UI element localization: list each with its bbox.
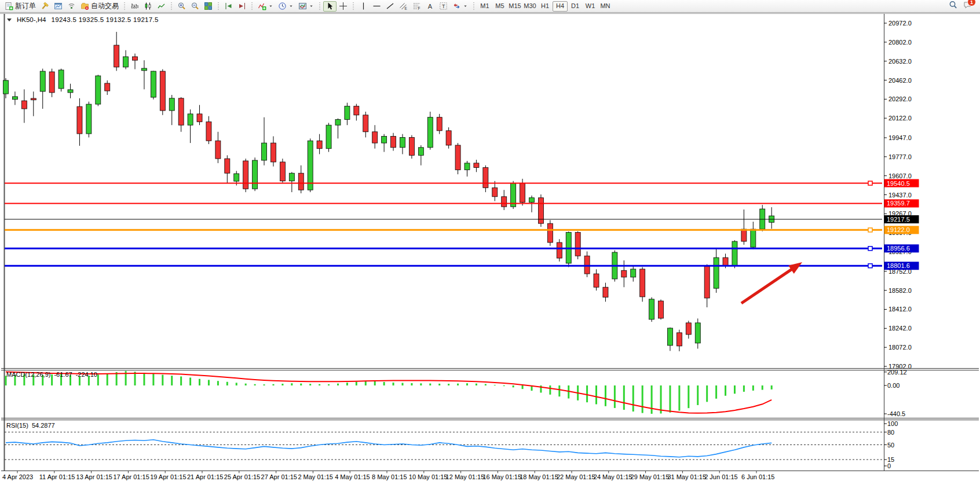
toolbar-separator — [319, 2, 320, 10]
candle — [262, 143, 267, 160]
hline-handle[interactable] — [868, 247, 872, 251]
svg-text:19437.0: 19437.0 — [888, 192, 912, 199]
candle — [649, 299, 654, 319]
timeframe-MN[interactable]: MN — [598, 1, 613, 12]
toolbar-button-equidistant-channel[interactable]: E — [397, 1, 410, 12]
toolbar-button-horizontal-line[interactable] — [370, 1, 383, 12]
toolbar-separator — [124, 2, 125, 10]
toolbar-button-bar-chart[interactable] — [128, 1, 141, 12]
chart-canvas: 20972.020802.020632.020462.020292.020122… — [0, 0, 980, 485]
timeframe-M15[interactable]: M15 — [507, 1, 522, 12]
timeframe-H1[interactable]: H1 — [537, 1, 553, 12]
dropdown-caret-icon[interactable] — [288, 2, 294, 10]
toolbar-button-chart-shift[interactable] — [235, 1, 248, 12]
toolbar-button-tile-windows[interactable] — [202, 1, 215, 12]
svg-text:E: E — [405, 6, 408, 10]
toolbar-separator — [171, 2, 172, 10]
toolbar-button-periods[interactable] — [276, 1, 296, 12]
dropdown-caret-icon[interactable] — [268, 2, 273, 10]
candle — [640, 269, 645, 297]
toolbar-button-text[interactable]: A — [423, 1, 437, 12]
toolbar-button-trendline[interactable] — [383, 1, 397, 12]
toolbar-button-fibonacci[interactable]: F — [410, 1, 423, 12]
svg-text:2 Jun 01:15: 2 Jun 01:15 — [704, 473, 738, 480]
symbol-dropdown-icon[interactable] — [7, 19, 12, 21]
rsi-line — [6, 440, 771, 457]
toolbar-button-search[interactable] — [949, 1, 957, 12]
cursor-icon — [326, 2, 334, 10]
vline-icon — [359, 2, 368, 10]
toolbar-button-candlestick-chart[interactable] — [141, 1, 155, 12]
textT-icon: T — [439, 2, 448, 10]
button-label: M30 — [524, 2, 536, 10]
toolbar-button-new-order[interactable]: 新订单 — [2, 1, 38, 12]
toolbar-button-signals[interactable] — [65, 1, 78, 12]
timeframe-M30[interactable]: M30 — [522, 1, 537, 12]
candle — [520, 183, 525, 203]
svg-text:13 Apr 01:15: 13 Apr 01:15 — [76, 473, 112, 480]
svg-text:16 May 01:15: 16 May 01:15 — [482, 473, 521, 480]
macd-label: MACD(12,26,9) -61.67 -224.10 — [6, 371, 97, 378]
svg-text:18072.0: 18072.0 — [888, 344, 912, 351]
svg-text:20462.0: 20462.0 — [888, 77, 912, 84]
button-label: M1 — [480, 2, 489, 10]
timeframe-D1[interactable]: D1 — [568, 1, 583, 12]
toolbar-button-text-label[interactable]: T — [437, 1, 450, 12]
candle — [751, 229, 756, 247]
candle — [584, 256, 590, 274]
dropdown-caret-icon[interactable] — [309, 2, 314, 10]
toolbar-button-crosshair[interactable] — [337, 1, 350, 12]
toolbar-button-zoom-out[interactable] — [188, 1, 202, 12]
candle — [659, 301, 664, 318]
button-label: D1 — [571, 2, 579, 10]
price-axis: 20972.020802.020632.020462.020292.020122… — [884, 20, 912, 370]
timeframe-H4[interactable]: H4 — [553, 1, 568, 12]
toolbar-button-cursor[interactable] — [323, 1, 337, 12]
arrow-annotation[interactable] — [741, 262, 802, 303]
candle — [206, 122, 211, 141]
candle — [667, 328, 672, 346]
toolbar-button-auto-trading[interactable]: 自动交易 — [78, 1, 121, 12]
chart-panels — [0, 14, 980, 471]
toolbar-button-vertical-line[interactable] — [357, 1, 370, 12]
candle — [427, 117, 433, 148]
timeframe-M1[interactable]: M1 — [477, 1, 492, 12]
candle — [31, 98, 36, 100]
candle — [280, 162, 285, 181]
hline-handle[interactable] — [868, 264, 872, 268]
macd-main-value: -61.67 — [54, 371, 72, 378]
rsi-label: RSI(15) 54.2877 — [6, 422, 55, 429]
dropdown-caret-icon[interactable] — [463, 2, 468, 10]
toolbar-button-notifications[interactable]: 1 — [963, 1, 972, 12]
svg-text:18801.6: 18801.6 — [887, 262, 910, 269]
timeframe-W1[interactable]: W1 — [583, 1, 598, 12]
button-label: H4 — [556, 2, 564, 10]
button-label: H1 — [541, 2, 549, 10]
hline-handle[interactable] — [868, 228, 872, 232]
svg-text:-440.5: -440.5 — [887, 410, 905, 417]
svg-text:F: F — [418, 6, 420, 10]
candle — [234, 174, 239, 181]
candle — [77, 106, 82, 134]
toolbar-button-auto-scroll[interactable] — [222, 1, 235, 12]
hline-handle[interactable] — [868, 181, 872, 185]
toolbar-separator — [218, 2, 219, 10]
toolbar-button-zoom-in[interactable] — [175, 1, 188, 12]
svg-text:24 May 01:15: 24 May 01:15 — [594, 473, 632, 480]
newchart-icon — [54, 2, 63, 10]
svg-text:22 May 01:15: 22 May 01:15 — [557, 473, 595, 480]
toolbar-button-arrows[interactable] — [450, 1, 470, 12]
toolbar-button-indicators[interactable] — [255, 1, 276, 12]
timeframe-M5[interactable]: M5 — [492, 1, 507, 12]
svg-text:19777.0: 19777.0 — [888, 153, 912, 160]
candle — [474, 163, 479, 168]
zoomin-icon — [177, 2, 186, 10]
symbol-period-label: HK50-,H4 — [17, 16, 46, 23]
toolbar-button-new-chart[interactable] — [52, 1, 65, 12]
candle — [49, 72, 54, 93]
horizontal-lines: 19540.519359.719217.519122.018956.618801… — [5, 179, 919, 270]
toolbar-button-templates[interactable] — [296, 1, 316, 12]
toolbar-button-line-chart[interactable] — [155, 1, 168, 12]
candle — [677, 333, 682, 346]
toolbar-button-styler[interactable] — [38, 1, 52, 12]
